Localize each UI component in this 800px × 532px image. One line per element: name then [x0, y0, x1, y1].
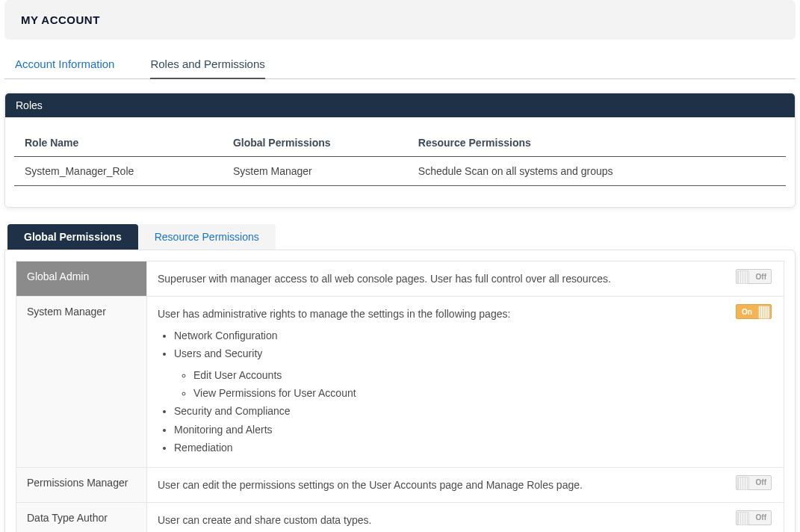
toggle-global-admin[interactable]: Off	[736, 269, 772, 284]
col-role-name: Role Name	[14, 129, 223, 157]
subtab-resource-permissions[interactable]: Resource Permissions	[138, 224, 276, 250]
list-item: View Permissions for User Account	[193, 385, 713, 401]
perm-toggle-cell: Off	[724, 262, 784, 296]
cell-role-name: System_Manager_Role	[14, 157, 223, 186]
toggle-off-label: Off	[756, 273, 766, 281]
tab-roles-and-permissions[interactable]: Roles and Permissions	[150, 50, 264, 79]
toggle-permissions-manager[interactable]: Off	[736, 475, 772, 490]
cell-resource-permissions: Schedule Scan on all systems and groups	[408, 157, 786, 186]
perm-desc-data-type-author: User can create and share custom data ty…	[147, 503, 724, 532]
perm-toggle-cell: On	[724, 297, 784, 466]
perm-desc-intro: User has administrative rights to manage…	[158, 308, 510, 320]
list-item: Monitoring and Alerts	[174, 421, 713, 438]
perm-label-data-type-author: Data Type Author	[16, 503, 147, 532]
perm-label-permissions-manager: Permissions Manager	[16, 468, 147, 502]
list-item: Users and Security Edit User Accounts Vi…	[174, 345, 713, 401]
page-header-banner: MY ACCOUNT	[4, 0, 796, 40]
roles-table-header-row: Role Name Global Permissions Resource Pe…	[14, 129, 786, 157]
global-permissions-panel: Global Admin Superuser with manager acce…	[4, 250, 796, 532]
perm-toggle-cell: Off	[724, 468, 784, 502]
perm-row-permissions-manager: Permissions Manager User can edit the pe…	[16, 468, 784, 503]
page-title: MY ACCOUNT	[21, 13, 779, 26]
perm-toggle-cell: Off	[724, 503, 784, 532]
perm-row-global-admin: Global Admin Superuser with manager acce…	[16, 262, 784, 297]
col-resource-permissions: Resource Permissions	[408, 129, 786, 157]
list-item: Security and Compliance	[174, 403, 713, 419]
perm-label-system-manager: System Manager	[16, 297, 147, 466]
list-item: Network Configuration	[174, 327, 713, 344]
list-item: Remediation	[174, 439, 713, 456]
list-item-label: Users and Security	[174, 347, 262, 359]
perm-label-global-admin: Global Admin	[16, 262, 147, 296]
permissions-sub-tabs: Global Permissions Resource Permissions	[7, 224, 796, 250]
subtab-global-permissions[interactable]: Global Permissions	[7, 224, 138, 250]
table-row[interactable]: System_Manager_Role System Manager Sched…	[14, 157, 786, 186]
perm-row-system-manager: System Manager User has administrative r…	[16, 297, 784, 467]
toggle-on-label: On	[742, 308, 752, 316]
roles-table: Role Name Global Permissions Resource Pe…	[14, 129, 786, 186]
roles-card-header: Roles	[5, 93, 795, 117]
col-global-permissions: Global Permissions	[223, 129, 408, 157]
cell-global-permissions: System Manager	[223, 157, 408, 186]
toggle-data-type-author[interactable]: Off	[736, 510, 772, 525]
perm-desc-system-manager: User has administrative rights to manage…	[147, 297, 724, 466]
permissions-table: Global Admin Superuser with manager acce…	[16, 261, 784, 532]
toggle-system-manager[interactable]: On	[736, 304, 772, 319]
toggle-off-label: Off	[756, 513, 766, 522]
toggle-off-label: Off	[756, 478, 766, 486]
list-item: Edit User Accounts	[193, 367, 713, 383]
perm-desc-permissions-manager: User can edit the permissions settings o…	[147, 468, 724, 502]
tab-account-information[interactable]: Account Information	[15, 50, 129, 79]
top-tab-bar: Account Information Roles and Permission…	[4, 50, 796, 79]
perm-desc-global-admin: Superuser with manager access to all web…	[147, 262, 724, 296]
perm-row-data-type-author: Data Type Author User can create and sha…	[16, 503, 784, 532]
roles-card: Roles Role Name Global Permissions Resou…	[4, 93, 796, 208]
